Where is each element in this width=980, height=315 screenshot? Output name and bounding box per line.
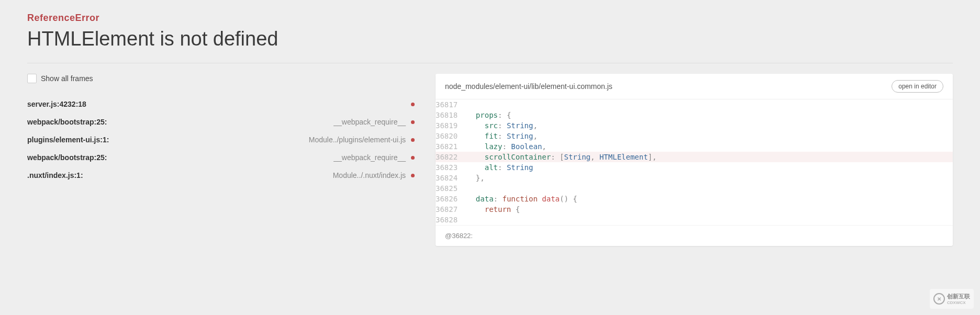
stack-frame-location: .nuxt/index.js:1: [27,171,83,179]
line-number: 36825 [436,183,461,194]
dot-icon [411,138,415,142]
code-line: 36824 }, [436,173,953,183]
code-line: 36823 alt: String [436,162,953,173]
code-line: 36817 [436,99,953,110]
watermark-icon: ✕ [933,293,945,305]
code-line: 36820 fit: String, [436,131,953,141]
show-all-frames-label: Show all frames [41,74,93,83]
watermark-logo: ✕ 创新互联 CDXWCX [930,289,974,309]
stack-frame[interactable]: .nuxt/index.js:1:Module../.nuxt/index.js [27,169,415,182]
source-file-path: node_modules/element-ui/lib/element-ui.c… [445,82,612,91]
line-number: 36822 [436,152,461,162]
error-type: ReferenceError [27,13,953,24]
stack-frame-location: plugins/element-ui.js:1: [27,136,109,144]
line-number: 36818 [436,110,461,120]
line-number: 36824 [436,173,461,183]
dot-icon [411,103,415,106]
stack-frame-fn [411,103,415,106]
code-line: 36826 data: function data() { [436,194,953,204]
code-content: alt: String [461,162,953,173]
stack-frame-fn: Module../.nuxt/index.js [333,171,415,179]
code-line: 36821 lazy: Boolean, [436,141,953,152]
error-message: HTMLElement is not defined [27,28,953,50]
code-content [461,215,953,225]
line-number: 36820 [436,131,461,141]
line-number: 36823 [436,162,461,173]
show-all-frames-toggle[interactable]: Show all frames [27,74,415,83]
source-code-block: 3681736818 props: {36819 src: String,368… [436,99,953,225]
line-number: 36828 [436,215,461,225]
watermark-text: 创新互联 [947,292,970,300]
stack-frame[interactable]: webpack/bootstrap:25:__webpack_require__ [27,116,415,128]
code-content: scrollContainer: [String, HTMLElement], [461,152,953,162]
code-line: 36818 props: { [436,110,953,120]
line-number: 36819 [436,120,461,131]
source-panel: node_modules/element-ui/lib/element-ui.c… [436,74,953,246]
code-line: 36827 return { [436,204,953,215]
stack-frame[interactable]: server.js:4232:18 [27,98,415,110]
code-line: 36825 [436,183,953,194]
stack-frame-fn: __webpack_require__ [333,118,415,126]
stack-frame-location: webpack/bootstrap:25: [27,153,107,162]
stack-frame-fn: __webpack_require__ [333,153,415,162]
dot-icon [411,174,415,177]
code-line: 36822 scrollContainer: [String, HTMLElem… [436,152,953,162]
code-content: props: { [461,110,953,120]
dot-icon [411,120,415,124]
code-content: data: function data() { [461,194,953,204]
code-line: 36828 [436,215,953,225]
line-number: 36826 [436,194,461,204]
code-content [461,183,953,194]
stack-frame-location: server.js:4232:18 [27,100,86,108]
watermark-sub: CDXWCX [947,300,970,305]
stack-frame[interactable]: plugins/element-ui.js:1:Module../plugins… [27,133,415,146]
code-content: fit: String, [461,131,953,141]
stack-frame-fn: Module../plugins/element-ui.js [309,136,415,144]
show-all-frames-checkbox[interactable] [27,74,37,83]
line-number: 36827 [436,204,461,215]
code-content: return { [461,204,953,215]
code-content [461,99,953,110]
source-footer: @36822: [436,225,953,246]
dot-icon [411,156,415,160]
code-content: src: String, [461,120,953,131]
stack-frame[interactable]: webpack/bootstrap:25:__webpack_require__ [27,151,415,164]
open-in-editor-button[interactable]: open in editor [892,80,943,93]
line-number: 36821 [436,141,461,152]
code-content: }, [461,173,953,183]
stack-frame-location: webpack/bootstrap:25: [27,118,107,126]
line-number: 36817 [436,99,461,110]
stack-trace-panel: Show all frames server.js:4232:18webpack… [27,74,415,246]
divider [27,63,953,63]
code-content: lazy: Boolean, [461,141,953,152]
code-line: 36819 src: String, [436,120,953,131]
